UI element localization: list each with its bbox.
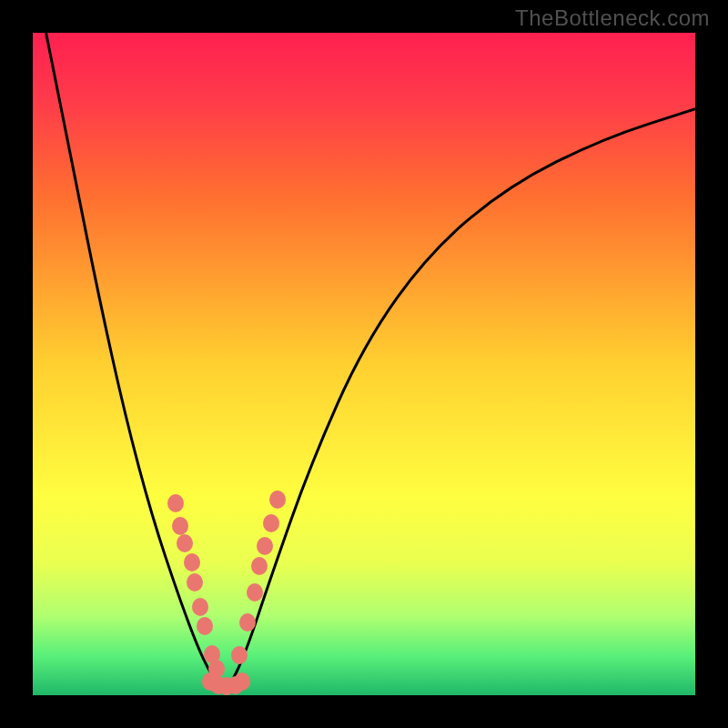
marker-point bbox=[177, 534, 193, 552]
marker-point bbox=[239, 613, 256, 632]
marker-point bbox=[257, 537, 273, 555]
marker-point bbox=[184, 553, 200, 571]
curves-layer bbox=[33, 33, 695, 695]
marker-point bbox=[231, 646, 248, 664]
frame-black-border: TheBottleneck.com bbox=[0, 0, 728, 728]
marker-point bbox=[167, 494, 184, 512]
marker-point bbox=[172, 517, 188, 535]
marker-point bbox=[269, 490, 286, 509]
right-curve bbox=[228, 109, 695, 689]
marker-point bbox=[251, 557, 268, 575]
marker-point bbox=[263, 514, 279, 532]
plot-area bbox=[33, 33, 695, 695]
marker-point bbox=[192, 598, 208, 616]
marker-point bbox=[187, 573, 203, 592]
marker-point bbox=[247, 583, 263, 602]
marker-point bbox=[234, 672, 250, 691]
marker-point bbox=[197, 617, 213, 635]
watermark-text: TheBottleneck.com bbox=[515, 5, 710, 31]
